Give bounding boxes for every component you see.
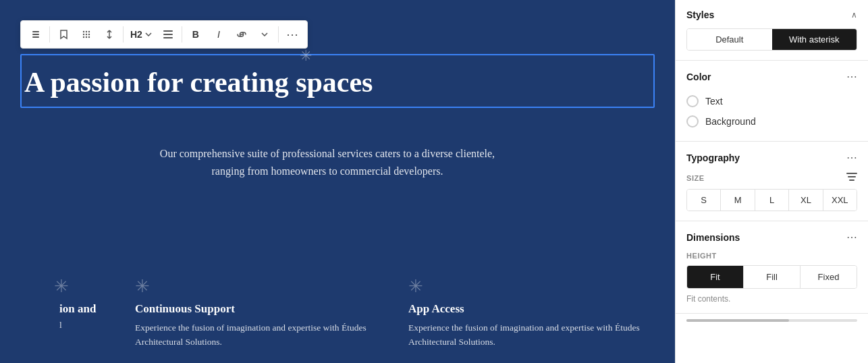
svg-rect-12: [163, 30, 173, 32]
svg-point-8: [88, 34, 90, 35]
feature-col-2: ✳ App Access Experience the fusion of im…: [395, 276, 655, 350]
color-more-icon[interactable]: ⋯: [846, 70, 857, 83]
style-asterisk-button[interactable]: With asterisk: [772, 29, 857, 50]
bold-button[interactable]: B: [185, 24, 207, 45]
svg-rect-14: [163, 37, 173, 38]
fit-note: Fit contents.: [686, 294, 857, 304]
heading-h2-button[interactable]: H2: [126, 24, 156, 45]
svg-point-3: [83, 31, 84, 32]
dimensions-more-icon[interactable]: ⋯: [846, 231, 857, 244]
svg-rect-17: [848, 176, 856, 177]
svg-point-10: [86, 36, 87, 38]
style-buttons-group: Default With asterisk: [686, 28, 857, 51]
height-fit-button[interactable]: Fit: [687, 266, 744, 288]
dimensions-header: Dimensions ⋯: [686, 231, 857, 244]
size-filter-icon[interactable]: [846, 172, 857, 184]
partial-feature-col: ✳ ion and l: [54, 276, 108, 350]
feature1-title: Continuous Support: [135, 302, 368, 316]
size-s-button[interactable]: S: [687, 190, 721, 211]
height-fill-button[interactable]: Fill: [744, 266, 801, 288]
size-l-button[interactable]: L: [755, 190, 789, 211]
text-color-radio[interactable]: [686, 95, 699, 107]
size-buttons-group: S M L XL XXL: [686, 189, 857, 211]
feature-col-1: ✳ Continuous Support Experience the fusi…: [121, 276, 381, 350]
svg-rect-2: [32, 36, 39, 38]
typography-header: Typography ⋯: [686, 151, 857, 164]
scrollbar-thumb[interactable]: [686, 319, 789, 322]
svg-point-4: [86, 31, 87, 32]
body-text: Our comprehensive suite of professional …: [0, 145, 655, 179]
partial-feature-desc: l: [54, 318, 108, 333]
partial-feature-title: ion and: [54, 302, 108, 316]
link-icon[interactable]: [231, 24, 252, 45]
height-fixed-button[interactable]: Fixed: [801, 266, 857, 288]
up-down-icon[interactable]: [99, 24, 120, 45]
svg-rect-16: [846, 173, 857, 174]
feature1-desc: Experience the fusion of imagination and…: [135, 321, 368, 350]
canvas-area: H2 B I ⋯ ✳ A passion for creating spac: [0, 0, 675, 363]
partial-asterisk: ✳: [54, 276, 108, 297]
toolbar-divider-1: [49, 26, 50, 43]
grid-icon[interactable]: [76, 24, 97, 45]
block-toolbar: H2 B I ⋯: [20, 20, 308, 49]
size-m-button[interactable]: M: [721, 190, 755, 211]
text-color-row[interactable]: Text: [686, 91, 857, 111]
svg-rect-1: [32, 34, 39, 35]
height-buttons-group: Fit Fill Fixed: [686, 265, 857, 289]
styles-title: Styles: [686, 9, 714, 20]
color-title: Color: [686, 72, 711, 82]
styles-header: Styles ∧: [686, 9, 857, 20]
align-icon[interactable]: [157, 24, 179, 45]
svg-point-9: [83, 36, 84, 38]
feature2-desc: Experience the fusion of imagination and…: [408, 321, 641, 350]
color-header: Color ⋯: [686, 70, 857, 83]
typography-title: Typography: [686, 152, 740, 163]
drag-icon[interactable]: [25, 24, 47, 45]
style-default-button[interactable]: Default: [687, 29, 772, 50]
toolbar-divider-3: [182, 26, 182, 43]
svg-rect-18: [849, 179, 855, 181]
styles-section: Styles ∧ Default With asterisk: [676, 0, 868, 61]
dimensions-section: Dimensions ⋯ HEIGHT Fit Fill Fixed Fit c…: [676, 221, 868, 314]
svg-point-6: [83, 34, 84, 35]
scrollbar-track: [686, 319, 857, 322]
typography-section: Typography ⋯ SIZE S M L XL XXL: [676, 142, 868, 221]
size-xl-button[interactable]: XL: [789, 190, 823, 211]
svg-point-11: [88, 36, 90, 38]
background-color-radio[interactable]: [686, 115, 699, 128]
height-label: HEIGHT: [686, 252, 857, 260]
more-options-button[interactable]: ⋯: [281, 24, 303, 45]
size-xxl-button[interactable]: XXL: [823, 190, 857, 211]
italic-button[interactable]: I: [208, 24, 229, 45]
text-color-radio-inner: [690, 99, 695, 104]
text-color-label: Text: [705, 96, 723, 107]
svg-rect-13: [163, 34, 173, 35]
panel-scrollbar-area: [676, 314, 868, 327]
svg-rect-0: [32, 31, 39, 32]
background-color-radio-inner: [690, 119, 695, 124]
toolbar-divider-4: [278, 26, 279, 43]
feature2-asterisk: ✳: [408, 276, 641, 297]
asterisk-top: ✳: [300, 49, 312, 63]
feature1-asterisk: ✳: [135, 276, 368, 297]
feature2-title: App Access: [408, 302, 641, 316]
bookmark-icon[interactable]: [53, 24, 74, 45]
color-section: Color ⋯ Text Background: [676, 61, 868, 142]
heading-text[interactable]: A passion for creating spaces: [24, 63, 651, 101]
dimensions-title: Dimensions: [686, 232, 740, 243]
svg-point-5: [88, 31, 90, 32]
selected-heading-block[interactable]: ✳ A passion for creating spaces: [20, 54, 655, 108]
features-row: ✳ ion and l ✳ Continuous Support Experie…: [54, 276, 655, 350]
background-color-row[interactable]: Background: [686, 111, 857, 132]
size-label: SIZE: [686, 172, 857, 184]
styles-chevron-icon[interactable]: ∧: [851, 10, 857, 20]
typography-more-icon[interactable]: ⋯: [846, 151, 857, 164]
background-color-label: Background: [705, 116, 756, 127]
right-panel: Styles ∧ Default With asterisk Color ⋯ T…: [675, 0, 868, 363]
link-dropdown-icon[interactable]: [254, 24, 275, 45]
toolbar-divider-2: [123, 26, 124, 43]
svg-point-7: [86, 34, 87, 35]
